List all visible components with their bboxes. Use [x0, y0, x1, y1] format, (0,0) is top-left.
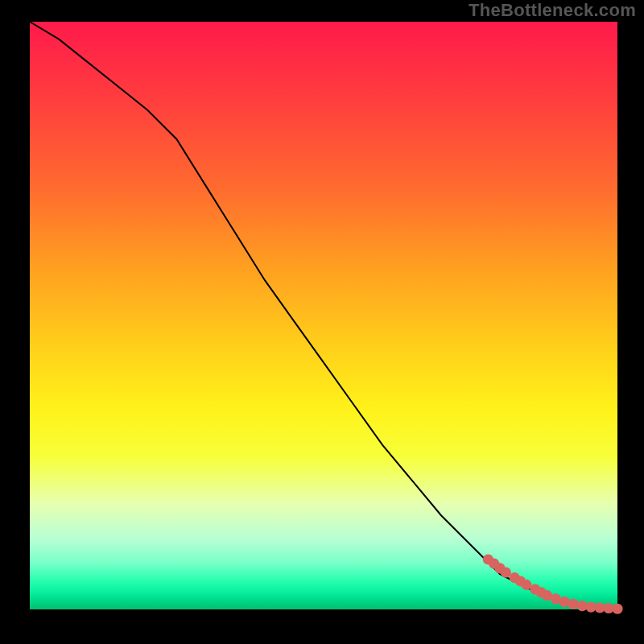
- highlight-marker: [501, 567, 511, 577]
- highlight-marker: [568, 599, 579, 609]
- highlight-marker: [612, 604, 622, 614]
- chart-svg: [30, 22, 617, 609]
- bottleneck-curve: [30, 22, 617, 609]
- highlight-markers: [483, 554, 623, 613]
- chart-container: TheBottleneck.com: [0, 0, 644, 644]
- watermark-text: TheBottleneck.com: [469, 0, 636, 21]
